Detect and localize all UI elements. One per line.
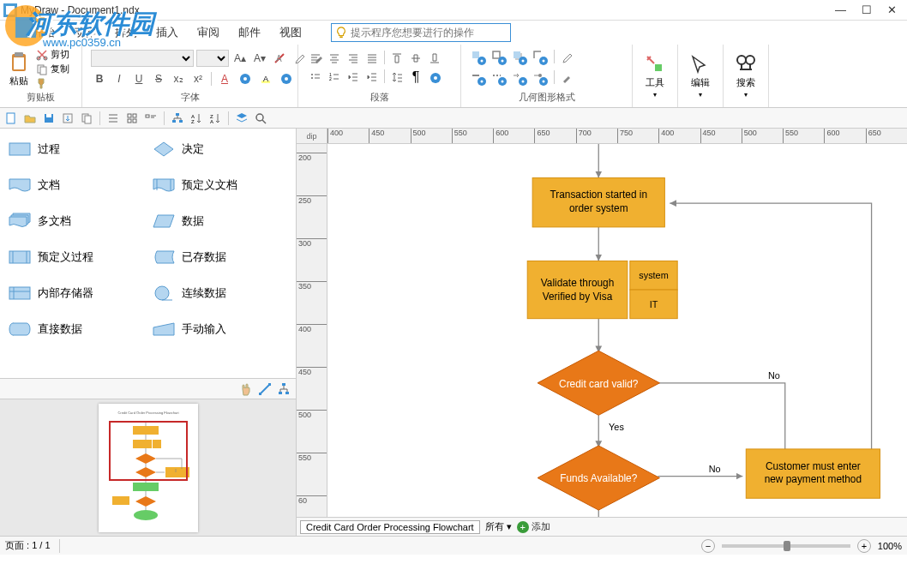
strikethrough-button[interactable]: S <box>150 70 167 87</box>
increase-font-button[interactable]: A▴ <box>231 50 249 67</box>
font-size-select[interactable] <box>196 50 229 67</box>
align-right-icon[interactable] <box>345 51 362 66</box>
shape-multi-doc[interactable]: 多文档 <box>7 207 146 235</box>
overview-hand-icon[interactable] <box>239 382 253 396</box>
qa-grid-icon[interactable] <box>124 111 140 126</box>
shape-document[interactable]: 文档 <box>7 171 146 199</box>
close-button[interactable]: ✕ <box>887 3 897 16</box>
qa-list-icon[interactable] <box>105 111 121 126</box>
zoom-in-button[interactable]: + <box>857 539 871 553</box>
zoom-handle[interactable] <box>784 541 790 551</box>
bold-button[interactable]: B <box>91 70 108 87</box>
qa-layers-icon[interactable] <box>234 111 249 126</box>
menu-start[interactable]: 开始 <box>33 25 55 40</box>
overview-panel[interactable]: Credit Card Order Processing Flowchart <box>0 399 296 536</box>
geom-shadow-settings[interactable] <box>511 50 530 67</box>
node-funds[interactable]: Funds Available? <box>538 446 659 510</box>
qa-import-icon[interactable] <box>60 111 75 126</box>
geom-end-settings[interactable] <box>532 70 550 87</box>
format-painter-button[interactable] <box>36 77 69 89</box>
menu-insert[interactable]: 插入 <box>156 25 178 40</box>
qa-new-icon[interactable] <box>3 111 19 126</box>
menu-review[interactable]: 审阅 <box>197 25 219 40</box>
indent-icon[interactable] <box>363 69 381 85</box>
valign-top-icon[interactable] <box>388 51 405 66</box>
add-sheet-button[interactable]: + 添加 <box>517 520 550 533</box>
search-button[interactable]: 搜索 ▾ <box>729 51 763 102</box>
edit-button[interactable]: 编辑 ▾ <box>683 51 718 102</box>
zoom-out-button[interactable]: − <box>701 539 715 553</box>
shape-direct-data[interactable]: 直接数据 <box>7 315 146 343</box>
italic-button[interactable]: I <box>111 70 128 87</box>
brush2-icon[interactable] <box>558 70 575 86</box>
number-list-icon[interactable]: 12 <box>326 69 343 85</box>
shape-stored-data[interactable]: 已存数据 <box>151 243 290 271</box>
sheet-tab-active[interactable]: Credit Card Order Processing Flowchart <box>300 520 480 534</box>
subscript-button[interactable]: x₂ <box>170 70 187 87</box>
tools-button[interactable]: 工具 ▾ <box>638 51 672 102</box>
shape-internal-storage[interactable]: 内部存储器 <box>7 279 146 307</box>
decrease-font-button[interactable]: A▾ <box>251 50 268 67</box>
valign-middle-icon[interactable] <box>407 51 424 66</box>
qa-open-icon[interactable] <box>22 111 38 126</box>
underline-button[interactable]: U <box>130 70 147 87</box>
clear-format-button[interactable]: A <box>271 50 288 67</box>
overview-tree-icon[interactable] <box>277 382 291 396</box>
shape-manual-input[interactable]: 手动输入 <box>151 315 290 343</box>
shape-predef-process[interactable]: 预定义过程 <box>7 243 146 271</box>
outdent-icon[interactable] <box>345 69 362 85</box>
node-customer[interactable]: Customer must enter new payment method <box>746 449 880 498</box>
geom-fill-settings[interactable] <box>470 50 489 67</box>
shape-process[interactable]: 过程 <box>7 135 146 163</box>
eyedropper2-icon[interactable] <box>558 50 575 65</box>
node-credit-valid[interactable]: Credit card valid? <box>538 351 659 415</box>
geom-dash-settings[interactable] <box>490 70 509 87</box>
overview-viewport[interactable] <box>109 421 188 481</box>
align-left-icon[interactable] <box>307 51 324 66</box>
shape-sequential-data[interactable]: 连续数据 <box>151 279 290 307</box>
qa-sort-az-icon[interactable]: AZ <box>189 111 204 126</box>
qa-details-icon[interactable] <box>143 111 159 126</box>
font-color-button[interactable]: A <box>216 70 233 87</box>
drawing-canvas[interactable]: Transaction started in order system Vali… <box>327 144 907 517</box>
valign-bottom-icon[interactable] <box>426 51 443 66</box>
tell-me-search[interactable] <box>331 23 511 42</box>
qa-zoom-icon[interactable] <box>253 111 268 126</box>
shape-predef-doc[interactable]: 预定义文档 <box>151 171 290 199</box>
justify-icon[interactable] <box>363 51 381 66</box>
paste-button[interactable]: 粘贴 <box>5 49 33 89</box>
menu-view[interactable]: 视图 <box>279 25 302 40</box>
node-validate[interactable]: Validate through Verified by Visa system… <box>527 261 677 318</box>
shape-data[interactable]: 数据 <box>151 207 290 235</box>
qa-copy-icon[interactable] <box>79 111 94 126</box>
geom-line-settings[interactable] <box>470 70 489 87</box>
font-family-select[interactable] <box>91 50 194 67</box>
menu-mail[interactable]: 邮件 <box>238 25 261 40</box>
zoom-slider[interactable] <box>722 544 850 548</box>
highlight-settings-icon[interactable] <box>277 70 296 87</box>
qa-sort-za-icon[interactable]: ZA <box>207 111 223 126</box>
cut-button[interactable]: 剪切 <box>36 48 69 61</box>
sheets-all-button[interactable]: 所有 ▾ <box>485 520 512 533</box>
minimize-button[interactable]: — <box>835 3 846 16</box>
line-spacing-icon[interactable] <box>388 69 405 85</box>
geom-arrow-settings[interactable] <box>511 70 530 87</box>
pilcrow-icon[interactable]: ¶ <box>407 69 424 85</box>
qa-save-icon[interactable] <box>41 111 57 126</box>
geom-corner-settings[interactable] <box>532 50 550 67</box>
paragraph-settings-icon[interactable] <box>426 69 445 87</box>
menu-arrange[interactable]: 排列 <box>115 25 137 40</box>
menu-action[interactable]: 动作 <box>74 25 96 40</box>
maximize-button[interactable]: ☐ <box>862 3 872 16</box>
highlight-button[interactable]: A <box>257 70 274 87</box>
qa-hierarchy-icon[interactable] <box>170 111 185 126</box>
copy-button[interactable]: 复制 <box>36 63 69 75</box>
shape-decision[interactable]: 决定 <box>151 135 290 163</box>
font-settings-icon[interactable] <box>236 70 255 87</box>
align-center-icon[interactable] <box>326 51 343 66</box>
tell-me-input[interactable] <box>351 27 507 39</box>
geom-stroke-settings[interactable] <box>490 50 509 67</box>
superscript-button[interactable]: x² <box>189 70 207 87</box>
node-transaction[interactable]: Transaction started in order system <box>532 178 664 227</box>
bullet-list-icon[interactable] <box>307 69 324 85</box>
